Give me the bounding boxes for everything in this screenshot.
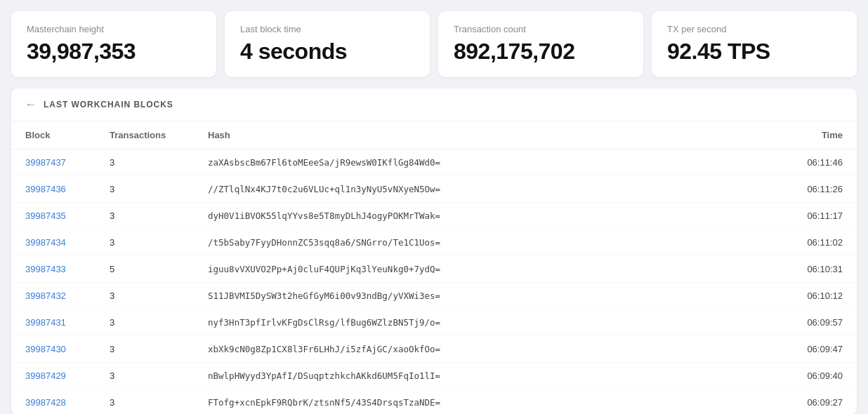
block-link[interactable]: 39987435 (25, 211, 66, 221)
block-link[interactable]: 39987429 (25, 370, 66, 381)
block-number: 39987428 (11, 389, 96, 415)
col-header-hash: Hash (194, 121, 787, 149)
stat-card-3: TX per second 92.45 TPS (652, 11, 857, 77)
block-time: 06:09:47 (787, 336, 857, 363)
stat-value-0: 39,987,353 (27, 39, 201, 65)
transaction-count: 3 (96, 336, 194, 363)
transaction-count: 3 (96, 283, 194, 309)
blocks-table: BlockTransactionsHashTime 399874373zaXAs… (11, 121, 857, 414)
table-head: BlockTransactionsHashTime (11, 121, 857, 149)
stats-row: Masterchain height 39,987,353 Last block… (11, 11, 857, 77)
block-time: 06:11:02 (787, 229, 857, 256)
stat-label-0: Masterchain height (27, 24, 201, 34)
block-link[interactable]: 39987434 (25, 237, 66, 248)
table-row: 399874323S11JBVMI5DySW3t2heGfGyM6i00v93n… (11, 283, 857, 309)
block-number: 39987436 (11, 176, 96, 203)
block-number: 39987429 (11, 363, 96, 389)
block-hash: S11JBVMI5DySW3t2heGfGyM6i00v93ndBg/yVXWi… (194, 283, 787, 309)
block-time: 06:09:57 (787, 309, 857, 336)
table-row: 399874313nyf3HnT3pfIrlvKFgDsClRsg/lfBug6… (11, 309, 857, 336)
block-link[interactable]: 39987432 (25, 291, 66, 301)
table-row: 399874303xbXk9cN0g8Zp1CX8l3Fr6LHhJ/i5zfA… (11, 336, 857, 363)
stat-label-1: Last block time (240, 24, 414, 34)
back-arrow-icon[interactable]: ← (25, 98, 37, 111)
block-time: 06:09:27 (787, 389, 857, 415)
col-header-time: Time (787, 121, 857, 149)
block-time: 06:10:12 (787, 283, 857, 309)
block-link[interactable]: 39987430 (25, 344, 66, 354)
transaction-count: 3 (96, 389, 194, 415)
block-hash: nBwlpHWyyd3YpAfI/DSuqptzhkchAKkd6UM5FqIo… (194, 363, 787, 389)
table-row: 399874343/t5bSaby7FyyDHonnZC53sqq8a6/SNG… (11, 229, 857, 256)
block-hash: iguu8vVXUVO2Pp+Aj0cluF4QUPjKq3lYeuNkg0+7… (194, 256, 787, 283)
block-number: 39987434 (11, 229, 96, 256)
table-row: 399874283FTofg+xcnEpkF9RQbrK/ztsnNf5/43S… (11, 389, 857, 415)
block-hash: zaXAsbscBm67Fl6toMEeeSa/jR9ewsW0IKflGg84… (194, 149, 787, 176)
block-hash: dyH0V1iBVOK55lqYYvs8e5T8myDLhJ4ogyPOKMrT… (194, 203, 787, 229)
stat-label-2: Transaction count (454, 24, 628, 34)
col-header-block: Block (11, 121, 96, 149)
block-number: 39987431 (11, 309, 96, 336)
table-row: 399874363//ZTlqlNx4KJ7t0c2u6VLUc+ql1n3yN… (11, 176, 857, 203)
transaction-count: 3 (96, 149, 194, 176)
block-number: 39987433 (11, 256, 96, 283)
block-link[interactable]: 39987428 (25, 397, 66, 408)
block-link[interactable]: 39987436 (25, 184, 66, 194)
table-row: 399874373zaXAsbscBm67Fl6toMEeeSa/jR9ewsW… (11, 149, 857, 176)
transaction-count: 3 (96, 203, 194, 229)
table-row: 399874353dyH0V1iBVOK55lqYYvs8e5T8myDLhJ4… (11, 203, 857, 229)
section-title: LAST WORKCHAIN BLOCKS (44, 100, 173, 109)
block-hash: nyf3HnT3pfIrlvKFgDsClRsg/lfBug6WZlzBN5Tj… (194, 309, 787, 336)
table-header-row: BlockTransactionsHashTime (11, 121, 857, 149)
block-time: 06:10:31 (787, 256, 857, 283)
stat-value-2: 892,175,702 (454, 39, 628, 65)
transaction-count: 3 (96, 176, 194, 203)
block-time: 06:11:17 (787, 203, 857, 229)
block-link[interactable]: 39987431 (25, 317, 66, 328)
stat-value-1: 4 seconds (240, 39, 414, 65)
transaction-count: 5 (96, 256, 194, 283)
block-hash: FTofg+xcnEpkF9RQbrK/ztsnNf5/43S4DrsqsTza… (194, 389, 787, 415)
table-row: 399874293nBwlpHWyyd3YpAfI/DSuqptzhkchAKk… (11, 363, 857, 389)
block-hash: /t5bSaby7FyyDHonnZC53sqq8a6/SNGrro/Te1C1… (194, 229, 787, 256)
table-body: 399874373zaXAsbscBm67Fl6toMEeeSa/jR9ewsW… (11, 149, 857, 415)
transaction-count: 3 (96, 229, 194, 256)
transaction-count: 3 (96, 309, 194, 336)
block-number: 39987430 (11, 336, 96, 363)
block-number: 39987435 (11, 203, 96, 229)
transaction-count: 3 (96, 363, 194, 389)
block-number: 39987432 (11, 283, 96, 309)
stat-value-3: 92.45 TPS (667, 39, 841, 65)
stat-card-0: Masterchain height 39,987,353 (11, 11, 216, 77)
table-header: ← LAST WORKCHAIN BLOCKS (11, 88, 857, 121)
stat-card-2: Transaction count 892,175,702 (438, 11, 643, 77)
block-hash: xbXk9cN0g8Zp1CX8l3Fr6LHhJ/i5zfAjGC/xaoOk… (194, 336, 787, 363)
col-header-transactions: Transactions (96, 121, 194, 149)
stat-label-3: TX per second (667, 24, 841, 34)
block-link[interactable]: 39987433 (25, 264, 66, 274)
block-time: 06:11:46 (787, 149, 857, 176)
block-number: 39987437 (11, 149, 96, 176)
block-hash: //ZTlqlNx4KJ7t0c2u6VLUc+ql1n3yNyU5vNXyeN… (194, 176, 787, 203)
table-card: ← LAST WORKCHAIN BLOCKS BlockTransaction… (11, 88, 857, 414)
block-link[interactable]: 39987437 (25, 157, 66, 168)
block-time: 06:11:26 (787, 176, 857, 203)
block-time: 06:09:40 (787, 363, 857, 389)
stat-card-1: Last block time 4 seconds (225, 11, 430, 77)
table-row: 399874335iguu8vVXUVO2Pp+Aj0cluF4QUPjKq3l… (11, 256, 857, 283)
